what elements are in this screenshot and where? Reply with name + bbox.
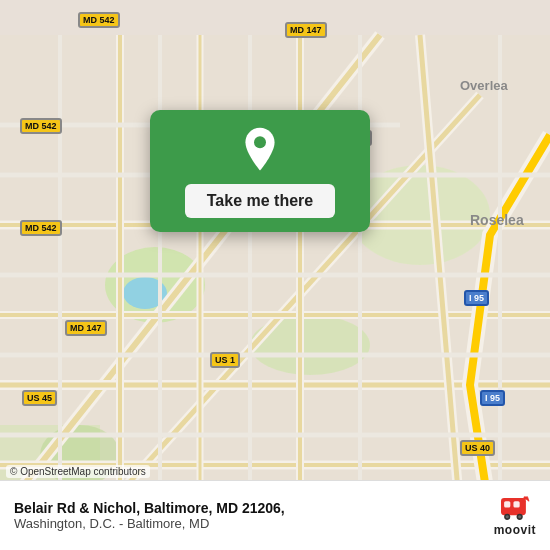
road-badge-i95-2: I 95 [480, 390, 505, 406]
road-badge-us45: US 45 [22, 390, 57, 406]
svg-point-46 [505, 515, 508, 518]
moovit-text: moovit [494, 523, 536, 537]
road-badge-i95-1: I 95 [464, 290, 489, 306]
svg-point-47 [518, 515, 521, 518]
road-badge-us1-2: US 1 [210, 352, 240, 368]
address-line1: Belair Rd & Nichol, Baltimore, MD 21206, [14, 500, 482, 516]
svg-text:Overlea: Overlea [460, 78, 508, 93]
road-badge-md147-2: MD 147 [65, 320, 107, 336]
osm-attribution: © OpenStreetMap contributors [6, 465, 150, 478]
road-badge-md542-2: MD 542 [20, 118, 62, 134]
road-badge-us40: US 40 [460, 440, 495, 456]
svg-text:Roselea: Roselea [470, 212, 524, 228]
location-card: Take me there [150, 110, 370, 232]
address-line2: Washington, D.C. - Baltimore, MD [14, 516, 482, 531]
map-container: Roselea Overlea MD 542 MD 147 MD 542 US … [0, 0, 550, 550]
road-badge-md147-1: MD 147 [285, 22, 327, 38]
take-me-there-button[interactable]: Take me there [185, 184, 335, 218]
address-block: Belair Rd & Nichol, Baltimore, MD 21206,… [14, 500, 482, 531]
road-badge-md542-1: MD 542 [78, 12, 120, 28]
bottom-bar: Belair Rd & Nichol, Baltimore, MD 21206,… [0, 480, 550, 550]
road-badge-md542-3: MD 542 [20, 220, 62, 236]
map-pin-icon [236, 126, 284, 174]
moovit-bus-icon [499, 495, 531, 523]
svg-rect-43 [513, 501, 519, 507]
svg-point-40 [254, 136, 266, 148]
svg-rect-42 [504, 501, 510, 507]
moovit-logo: moovit [494, 495, 536, 537]
